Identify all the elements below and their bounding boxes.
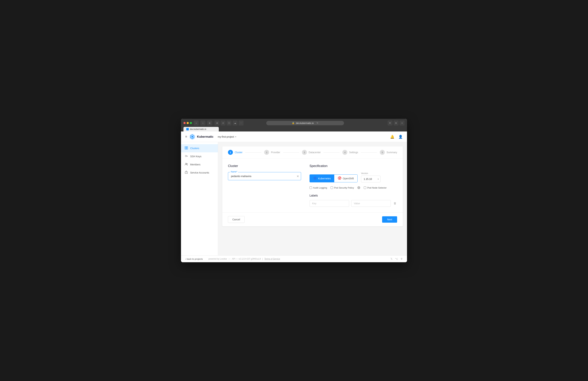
browser-new-tab-btn[interactable]: + [399, 120, 404, 125]
labels-title: Labels [310, 194, 397, 197]
browser-forward-button[interactable]: › [200, 120, 205, 125]
traffic-light-red[interactable] [184, 122, 186, 124]
kubermatic-logo [189, 134, 195, 140]
svg-point-32 [339, 178, 340, 179]
svg-rect-11 [185, 148, 186, 149]
sidebar-item-clusters[interactable]: Clusters [181, 144, 218, 152]
svg-point-30 [314, 177, 314, 178]
sidebar-members-label: Members [190, 163, 200, 166]
back-label: back to projects [187, 258, 203, 260]
footer-separator-2: | [262, 258, 263, 260]
specification-section: Specification [310, 164, 397, 207]
wizard-stepper: 1 Cluster 2 Provider 3 Datacenter [222, 146, 403, 158]
pod-node-selector-input[interactable] [364, 186, 366, 189]
step-3-number: 3 [302, 150, 307, 155]
app-title: Kubermatic [197, 135, 214, 138]
step-provider[interactable]: 2 Provider [264, 150, 280, 155]
kubernetes-button[interactable]: Kubernetes [310, 175, 335, 182]
sidebar-item-ssh-keys[interactable]: SSH Keys [181, 152, 218, 160]
step-settings[interactable]: 4 Settings [342, 150, 358, 155]
svg-point-17 [185, 163, 187, 164]
step-connector-1 [245, 152, 261, 153]
api-version: API — v2.12.0+237.g3f491a14 [232, 258, 261, 260]
cluster-section-title: Cluster [228, 164, 301, 168]
browser-tool-5[interactable]: ⋯ [239, 120, 244, 125]
specification-section-title: Specification [310, 164, 397, 168]
project-selector[interactable]: my-first-project ▾ [218, 135, 236, 138]
svg-point-25 [315, 177, 315, 177]
main-content: 1 Cluster 2 Provider 3 Datacenter [218, 142, 407, 255]
wizard-card: 1 Cluster 2 Provider 3 Datacenter [222, 146, 403, 226]
svg-point-7 [190, 137, 191, 138]
step-4-number: 4 [342, 150, 347, 155]
browser-tab[interactable]: dev.kubermatic.io [184, 127, 219, 132]
pod-security-policy-input[interactable] [331, 186, 333, 189]
browser-tool-3[interactable]: ⓘ [227, 120, 231, 125]
hamburger-menu[interactable]: ≡ [185, 135, 187, 138]
browser-split-btn[interactable]: ⊟ [394, 120, 399, 125]
traffic-light-green[interactable] [190, 122, 192, 124]
version-select[interactable]: 1.15.10 1.14.9 1.13.12 [361, 176, 380, 182]
step-summary[interactable]: 5 Summary [380, 150, 397, 155]
openshift-icon [338, 176, 341, 180]
project-dropdown-icon: ▾ [235, 135, 236, 138]
platform-toggle: Kubernetes [310, 174, 357, 182]
cancel-button[interactable]: Cancel [228, 216, 245, 223]
svg-point-28 [315, 179, 315, 179]
name-clear-button[interactable]: ✕ [297, 175, 299, 178]
step-3-label: Datacenter [309, 151, 321, 154]
tab-title: dev.kubermatic.io [190, 128, 206, 130]
pod-security-policy-checkbox[interactable]: Pod Security Policy [331, 186, 354, 189]
browser-window-button[interactable]: ⊞ [207, 120, 212, 125]
twitter-icon[interactable]: 𝕏 [390, 257, 393, 261]
audit-logging-input[interactable] [310, 186, 312, 189]
url-text: dev.kubermatic.io [296, 122, 314, 124]
pod-node-selector-checkbox[interactable]: Pod Node Selector [364, 186, 387, 189]
lock-icon: 🔒 [292, 122, 294, 124]
cluster-name-input[interactable] [228, 172, 301, 180]
browser-upload-btn[interactable]: ⬆ [388, 120, 393, 125]
svg-point-8 [190, 135, 191, 136]
step-2-number: 2 [264, 150, 269, 155]
browser-tool-4[interactable]: ☁ [232, 120, 237, 125]
back-to-projects-button[interactable]: ‹ back to projects [185, 258, 203, 260]
browser-tool-2[interactable]: ⊙ [221, 120, 226, 125]
pod-security-policy-info-icon[interactable]: i [357, 186, 360, 189]
wizard-body: Cluster Name* ✕ Specification [222, 158, 403, 212]
slack-icon[interactable]: ✛ [400, 257, 403, 261]
audit-logging-label: Audit Logging [313, 186, 327, 189]
step-connector-3 [323, 152, 339, 153]
label-delete-button[interactable]: 🗑 [393, 201, 397, 206]
next-button[interactable]: Next [382, 216, 397, 223]
sidebar-item-service-accounts[interactable]: Service Accounts [181, 169, 218, 177]
powered-by: powered by Loodse [208, 258, 227, 260]
terms-link[interactable]: Terms of Service [264, 258, 280, 260]
browser-tool-1[interactable]: ⊕ [214, 120, 219, 125]
clusters-icon [185, 146, 188, 150]
label-value-input[interactable] [351, 200, 391, 207]
footer-separator-1: — [228, 258, 231, 260]
svg-point-27 [316, 179, 316, 179]
svg-point-24 [315, 178, 315, 179]
notification-bell-icon[interactable]: 🔔 [390, 135, 395, 139]
step-connector-2 [283, 152, 299, 153]
reload-icon[interactable]: ↻ [316, 122, 318, 124]
user-profile-icon[interactable]: 👤 [398, 135, 403, 139]
traffic-light-yellow[interactable] [187, 122, 189, 124]
step-2-label: Provider [271, 151, 280, 154]
browser-back-button[interactable]: ‹ [194, 120, 199, 125]
audit-logging-checkbox[interactable]: Audit Logging [310, 186, 327, 189]
version-label: Version [361, 172, 380, 175]
label-key-input[interactable] [310, 200, 349, 207]
openshift-button[interactable]: OpenShift [334, 175, 357, 182]
step-1-label: Cluster [235, 151, 242, 154]
pod-node-selector-label: Pod Node Selector [367, 186, 387, 189]
svg-point-18 [187, 163, 188, 164]
step-cluster[interactable]: 1 Cluster [228, 150, 242, 155]
sidebar-item-members[interactable]: Members [181, 160, 218, 169]
name-field-label: Name* [230, 171, 238, 173]
step-datacenter[interactable]: 3 Datacenter [302, 150, 321, 155]
github-icon[interactable]: ⌥ [395, 257, 398, 261]
openshift-label: OpenShift [343, 177, 354, 180]
name-field-wrapper: Name* ✕ [228, 172, 301, 180]
